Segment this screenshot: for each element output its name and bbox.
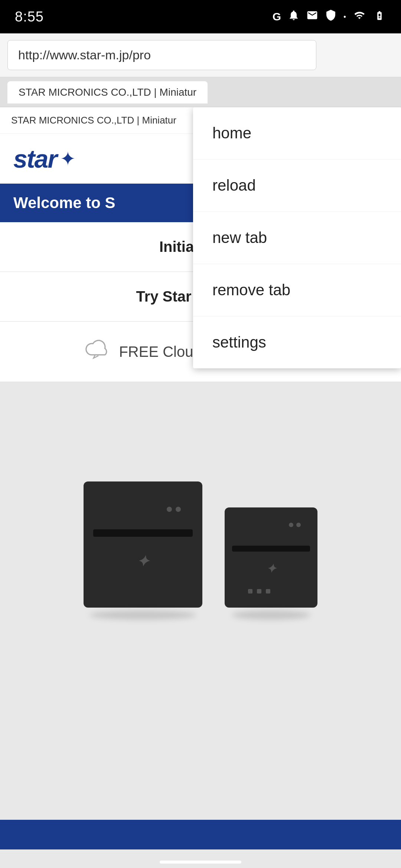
logo-text: star [13, 144, 57, 173]
menu-item-new-tab[interactable]: new tab [193, 212, 401, 264]
printer-large-shadow [89, 611, 196, 619]
mail-icon [306, 9, 318, 24]
security-icon [325, 9, 337, 24]
page-footer [0, 820, 401, 849]
printer-small: △ ✦ [225, 507, 317, 608]
menu-item-remove-tab[interactable]: remove tab [193, 264, 401, 316]
google-icon: G [273, 10, 281, 23]
notification-icon [288, 9, 300, 24]
menu-item-home[interactable]: home [193, 107, 401, 160]
printers-area: ✦ △ [0, 382, 401, 642]
printer-large: ✦ [84, 481, 202, 608]
dot-icon: • [343, 13, 346, 21]
company-name-text: STAR MICRONICS CO.,LTD | Miniatur [11, 115, 176, 126]
status-bar: 8:55 G • [0, 0, 401, 33]
address-bar-container: http://www.star-m.jp/pro [0, 33, 401, 78]
home-indicator[interactable] [160, 861, 241, 864]
welcome-text: Welcome to S [13, 194, 115, 211]
webpage-wrapper: STAR MICRONICS CO.,LTD | Miniatur star ✦… [0, 107, 401, 642]
active-tab[interactable]: STAR MICRONICS CO.,LTD | Miniatur [7, 81, 208, 103]
logo-star-icon: ✦ [60, 148, 76, 170]
status-icons: G • [273, 9, 386, 24]
context-menu: home reload new tab remove tab settings [193, 107, 401, 368]
cloud-icon [85, 338, 111, 365]
battery-icon [373, 10, 386, 24]
menu-item-settings[interactable]: settings [193, 316, 401, 368]
menu-item-reload[interactable]: reload [193, 160, 401, 212]
status-time: 8:55 [15, 9, 44, 25]
printer-small-shadow [232, 611, 311, 619]
tab-bar: STAR MICRONICS CO.,LTD | Miniatur [0, 78, 401, 107]
address-bar[interactable]: http://www.star-m.jp/pro [7, 40, 316, 70]
wifi-icon [353, 10, 366, 24]
star-logo: star ✦ [13, 144, 76, 173]
